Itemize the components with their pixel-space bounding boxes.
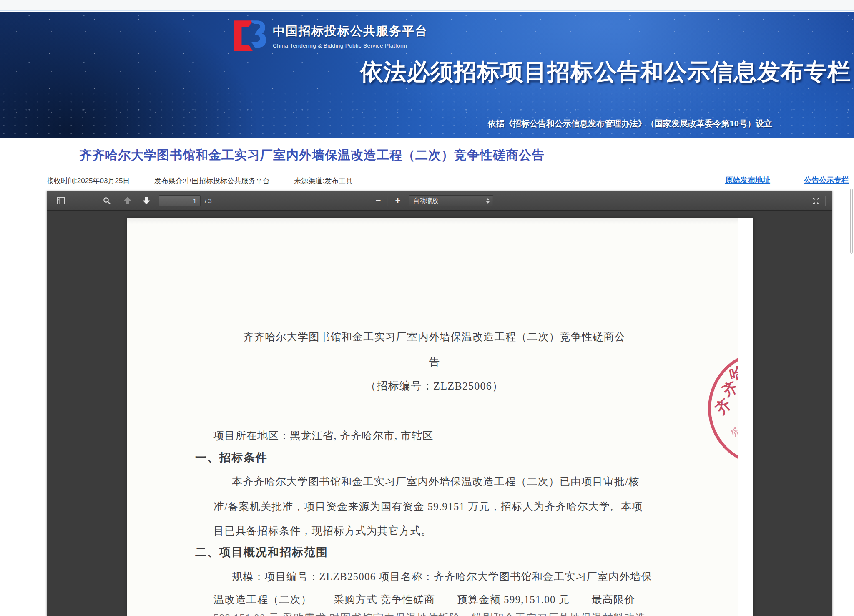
scanned-document: 齐齐哈尔大学图书馆和金工实习厂室内外墙保温改造工程（二次）竞争性磋商公 告 （招…: [127, 218, 738, 616]
platform-title-block: 中国招标投标公共服务平台 China Tendering & Bidding P…: [273, 19, 428, 49]
page-down-icon: [143, 197, 150, 204]
toolbar-left-group: / 3: [47, 194, 212, 207]
zoom-out-button[interactable]: −: [371, 195, 385, 206]
header-banner: 中国招标投标公共服务平台 China Tendering & Bidding P…: [0, 12, 854, 138]
page-up-icon: [124, 197, 131, 204]
platform-brand: 中国招标投标公共服务平台 China Tendering & Bidding P…: [230, 19, 428, 53]
zoom-in-button[interactable]: +: [391, 195, 405, 206]
notice-column-link[interactable]: 公告公示专栏: [804, 176, 849, 184]
doc-section1-heading: 一、招标条件: [195, 450, 268, 465]
doc-paragraph-line: 温改造工程（二次） 采购方式 竞争性磋商 预算金额 599,151.00 元 最…: [214, 593, 635, 606]
doc-paragraph-line: 目已具备招标条件，现招标方式为其它方式。: [214, 524, 432, 538]
doc-section2-heading: 二、项目概况和招标范围: [195, 545, 328, 560]
search-button[interactable]: [100, 194, 113, 207]
platform-subtitle: China Tendering & Bidding Public Service…: [273, 43, 428, 49]
doc-paragraph-line: 本齐齐哈尔大学图书馆和金工实习厂室内外墙保温改造工程（二次）已由项目审批/核: [232, 475, 640, 488]
toolbar-separator: [388, 196, 388, 206]
announcement-header: 齐齐哈尔大学图书馆和金工实习厂室内外墙保温改造工程（二次）竞争性磋商公告 接收时…: [0, 138, 854, 191]
search-icon: [103, 197, 111, 204]
page-count-label: / 3: [205, 197, 212, 204]
sidebar-toggle-button[interactable]: [54, 194, 68, 207]
previous-page-button[interactable]: [121, 194, 134, 207]
announcement-meta: 接收时间:2025年03月25日 发布媒介:中国招标投标公共服务平台 来源渠道:…: [47, 176, 375, 186]
pdf-viewer: / 3 − + 自动缩放: [47, 191, 832, 616]
fullscreen-expand-icon: [812, 197, 820, 205]
banner-legal-note: 依据《招标公告和公示信息发布管理办法》（国家发展改革委令第10号）设立: [488, 118, 772, 129]
select-spinner-icon: [486, 198, 490, 204]
page-root: 中国招标投标公共服务平台 China Tendering & Bidding P…: [0, 0, 854, 616]
toolbar-right-group: [809, 191, 828, 211]
announcement-title: 齐齐哈尔大学图书馆和金工实习厂室内外墙保温改造工程（二次）竞争性磋商公告: [79, 147, 545, 164]
next-page-button[interactable]: [140, 194, 153, 207]
announcement-links: 原始发布地址 公告公示专栏: [693, 175, 849, 185]
zoom-mode-select[interactable]: 自动缩放: [409, 195, 493, 206]
publish-medium: 发布媒介:中国招标投标公共服务平台: [154, 177, 270, 185]
pdf-toolbar: / 3 − + 自动缩放: [47, 191, 832, 211]
doc-title-line1: 齐齐哈尔大学图书馆和金工实习厂室内外墙保温改造工程（二次）竞争性磋商公: [213, 330, 656, 344]
page-number-input[interactable]: [159, 195, 201, 206]
top-strip: [0, 0, 854, 11]
doc-tender-number: （招标编号：ZLZB25006）: [213, 379, 656, 393]
banner-main-title: 依法必须招标项目招标公告和公示信息发布专栏: [360, 57, 851, 88]
doc-title-line2: 告: [213, 355, 656, 369]
platform-logo-icon: [230, 19, 266, 53]
presentation-mode-button[interactable]: [809, 195, 823, 207]
zoom-mode-value: 自动缩放: [413, 197, 438, 205]
sidebar-toggle-icon: [57, 197, 65, 204]
doc-paragraph-line: 准/备案机关批准，项目资金来源为国有资金 59.9151 万元，招标人为齐齐哈尔…: [214, 500, 643, 513]
doc-paragraph-line-clipped: 599,151.00 元 采购需求 对图书馆室内保温墙体拆除、粉刷和金工实习厂外…: [214, 611, 646, 616]
doc-paragraph-line: 规模：项目编号：ZLZB25006 项目名称：齐齐哈尔大学图书馆和金工实习厂室内…: [232, 570, 652, 583]
toolbar-separator: [825, 196, 826, 206]
doc-location: 项目所在地区：黑龙江省, 齐齐哈尔市, 市辖区: [214, 429, 434, 443]
received-time: 接收时间:2025年03月25日: [47, 177, 130, 185]
pdf-page-1: 齐齐哈尔大学图书馆和金工实习厂室内外墙保温改造工程（二次）竞争性磋商公 告 （招…: [127, 218, 753, 616]
platform-title: 中国招标投标公共服务平台: [273, 23, 428, 40]
original-publish-link[interactable]: 原始发布地址: [725, 176, 770, 184]
toolbar-center-group: − + 自动缩放: [371, 195, 493, 206]
page-scrollbar[interactable]: [850, 189, 853, 254]
toolbar-separator: [137, 196, 137, 206]
source-channel: 来源渠道:发布工具: [294, 177, 353, 185]
